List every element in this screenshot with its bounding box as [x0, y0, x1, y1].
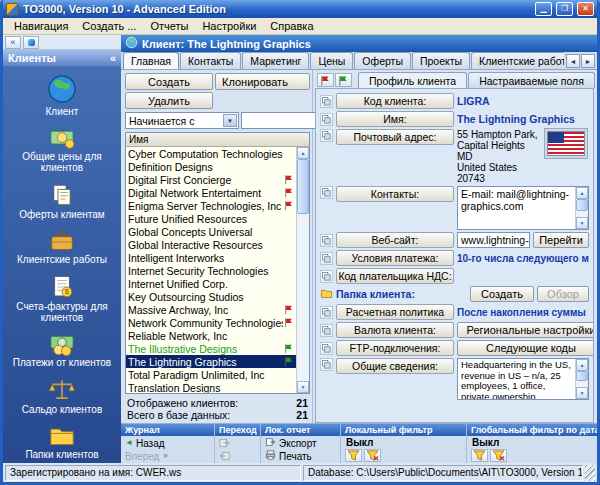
menu-item[interactable]: Настройки: [195, 19, 263, 33]
global-filter-on-icon[interactable]: [471, 449, 488, 462]
create-folder-button[interactable]: Создать: [470, 286, 534, 302]
client-list-scrollbar[interactable]: ▲ ▼: [296, 147, 309, 393]
scroll-down-icon[interactable]: ▼: [576, 217, 588, 229]
red-flag-button[interactable]: [317, 73, 334, 87]
global-filter-off-icon[interactable]: [490, 449, 507, 462]
sidebar-header[interactable]: Клиенты «: [3, 50, 121, 66]
tab[interactable]: Маркетинг: [242, 52, 309, 69]
collapse-sidebar-icon[interactable]: «: [110, 52, 116, 64]
sidebar-item-folders[interactable]: Папки клиентов: [3, 420, 121, 463]
client-row[interactable]: Internet Unified Corp.: [126, 277, 296, 290]
resize-grip[interactable]: [585, 465, 595, 481]
regional-settings-button[interactable]: Региональные настройки: [457, 322, 594, 338]
collapse-panel-icon[interactable]: «: [5, 36, 21, 49]
copy-icon[interactable]: [320, 270, 333, 283]
client-row[interactable]: Cyber Computation Technologies, Inc: [126, 147, 296, 160]
client-row[interactable]: Digital First Concierge: [126, 173, 296, 186]
back-button[interactable]: ◄Назад: [123, 437, 212, 449]
address-button[interactable]: Почтовый адрес:: [336, 129, 454, 145]
sidebar-item-quotes[interactable]: Оферты клиентам: [3, 178, 121, 225]
list-column-header[interactable]: Имя: [126, 133, 309, 147]
tab[interactable]: Оферты: [354, 52, 411, 69]
local-filter-off-icon[interactable]: [364, 449, 381, 462]
tab-client-profile[interactable]: Профиль клиента: [358, 72, 467, 88]
forward-button[interactable]: Вперед►: [123, 450, 212, 462]
minimize-button[interactable]: ▁: [535, 2, 552, 16]
contacts-button[interactable]: Контакты:: [336, 186, 454, 202]
scroll-thumb[interactable]: [576, 371, 588, 381]
sidebar-item-balance[interactable]: Сальдо клиентов: [3, 373, 121, 420]
copy-icon[interactable]: [320, 252, 333, 265]
sidebar-item-invoices[interactable]: $ Счета-фактуры для клиентов: [3, 270, 121, 328]
dropdown-arrow-icon[interactable]: ▼: [223, 114, 237, 127]
copy-icon[interactable]: [320, 186, 333, 199]
contacts-scrollbar[interactable]: ▲ ▼: [575, 187, 588, 229]
scroll-thumb[interactable]: [576, 199, 588, 211]
client-row[interactable]: Intelligent Interworks: [126, 251, 296, 264]
client-row[interactable]: Definition Designs: [126, 160, 296, 173]
close-button[interactable]: ✕: [577, 2, 594, 16]
scroll-up-icon[interactable]: ▲: [297, 147, 309, 159]
payment-terms-button[interactable]: Условия платежа:: [336, 250, 454, 266]
client-row[interactable]: Global Concepts Universal: [126, 225, 296, 238]
general-info-button[interactable]: Общие сведения:: [336, 358, 454, 374]
sidebar-item-client[interactable]: Клиент: [3, 69, 121, 122]
tab-scroll-right-icon[interactable]: ►: [581, 54, 595, 68]
copy-icon[interactable]: [320, 95, 333, 108]
currency-button[interactable]: Валюта клиента:: [336, 322, 454, 338]
client-row[interactable]: Future Unified Resources: [126, 212, 296, 225]
goto-related-button-2[interactable]: [217, 450, 258, 462]
billing-policy-button[interactable]: Расчетная политика: [336, 304, 454, 320]
client-row[interactable]: Key Outsourcing Studios: [126, 290, 296, 303]
nav-menu-icon[interactable]: [23, 36, 39, 49]
ftp-button[interactable]: FTP-подключения:: [336, 340, 454, 356]
goto-related-button-1[interactable]: [217, 437, 258, 449]
go-to-website-button[interactable]: Перейти: [533, 232, 589, 248]
client-row[interactable]: Global Interactive Resources: [126, 238, 296, 251]
vat-button[interactable]: Код плательщика НДС:: [336, 268, 454, 284]
scroll-down-icon[interactable]: ▼: [576, 387, 588, 399]
copy-icon[interactable]: [320, 129, 333, 142]
copy-icon[interactable]: [320, 306, 333, 319]
tab[interactable]: Проекты: [412, 52, 470, 69]
sidebar-item-prices[interactable]: Общие цены для клиентов: [3, 122, 121, 178]
client-row[interactable]: The Illustrative Designs: [126, 342, 296, 355]
website-field[interactable]: www.lightning-g: [457, 232, 530, 248]
client-row[interactable]: Network Community Technologies: [126, 316, 296, 329]
menu-item[interactable]: Отчеты: [143, 19, 195, 33]
print-button[interactable]: Печать: [263, 450, 338, 462]
client-row[interactable]: Massive Archway, Inc: [126, 303, 296, 316]
menu-item[interactable]: Справка: [263, 19, 320, 33]
export-button[interactable]: Экспорт: [263, 437, 338, 449]
filter-mode-dropdown[interactable]: Начинается с ▼: [125, 112, 239, 129]
website-button[interactable]: Веб-сайт:: [336, 232, 454, 248]
scroll-up-icon[interactable]: ▲: [576, 187, 588, 199]
tab[interactable]: Цены: [310, 52, 353, 69]
delete-client-button[interactable]: Удалить: [125, 92, 213, 109]
client-row[interactable]: Reliable Network, Inc: [126, 329, 296, 342]
scroll-down-icon[interactable]: ▼: [297, 381, 309, 393]
green-flag-button[interactable]: [335, 73, 352, 87]
ftp-codes-button[interactable]: Следующие коды: [457, 340, 594, 356]
client-code-button[interactable]: Код клиента:: [336, 93, 454, 109]
local-filter-on-icon[interactable]: [345, 449, 362, 462]
create-client-button[interactable]: Создать: [125, 73, 213, 90]
client-row[interactable]: Internet Security Technologies: [126, 264, 296, 277]
copy-icon[interactable]: [320, 113, 333, 126]
menu-item[interactable]: Навигация: [7, 19, 75, 33]
browse-folder-button[interactable]: Обзор: [537, 286, 589, 302]
tab[interactable]: Контакты: [180, 52, 241, 69]
client-row[interactable]: The Lightning Graphics: [126, 355, 296, 368]
sidebar-item-jobs[interactable]: Клиентские работы: [3, 225, 121, 270]
tab[interactable]: Главная: [123, 52, 179, 69]
scroll-up-icon[interactable]: ▲: [576, 359, 588, 371]
tab[interactable]: Клиентские работы: [471, 52, 564, 69]
maximize-button[interactable]: ❐: [556, 2, 573, 16]
copy-icon[interactable]: [320, 342, 333, 355]
sidebar-item-payments[interactable]: Платежи от клиентов: [3, 328, 121, 373]
clone-client-button[interactable]: Клонировать: [215, 73, 310, 90]
client-row[interactable]: Total Paradigm Unlimited, Inc: [126, 368, 296, 381]
client-row[interactable]: Translation Designs: [126, 381, 296, 393]
copy-icon[interactable]: [320, 234, 333, 247]
tab-scroll-left-icon[interactable]: ◄: [566, 54, 580, 68]
